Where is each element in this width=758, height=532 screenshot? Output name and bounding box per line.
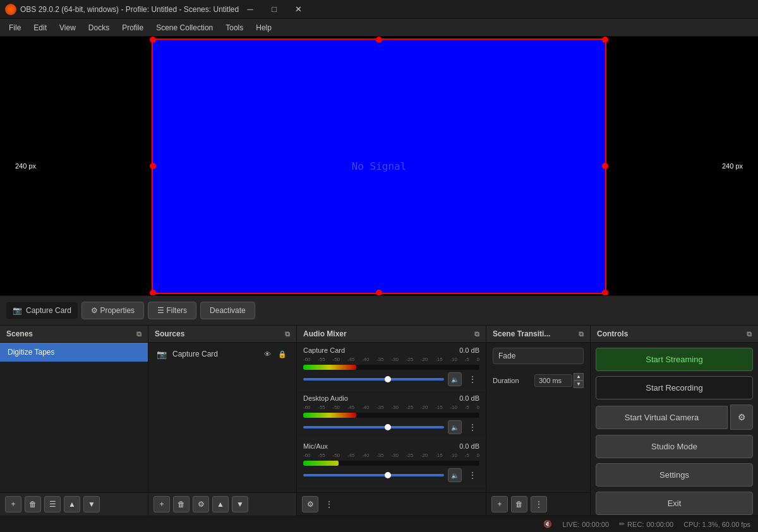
controls-content: Start Streaming Start Recording Start Vi… [591,343,758,516]
start-streaming-button[interactable]: Start Streaming [596,348,753,371]
channel-1-db: 0.0 dB [459,394,479,402]
audio-mixer-panel: Audio Mixer ⧉ Capture Card 0.0 dB -60-55… [297,326,486,516]
duration-input[interactable] [534,374,572,387]
channel-1-mute-button[interactable]: 🔈 [448,420,462,434]
statusbar: 🔇 LIVE: 00:00:00 ✏ REC: 00:00:00 CPU: 1.… [0,516,758,532]
channel-1-fader[interactable] [303,426,444,429]
scene-item[interactable]: Digitize Tapes [0,343,148,362]
source-name-label: Capture Card [26,306,71,315]
sources-list: 📷 Capture Card 👁 🔒 [148,343,296,492]
duration-label: Duration [493,377,519,384]
transition-more-button[interactable]: ⋮ [531,496,547,512]
audio-more-button[interactable]: ⋮ [322,497,336,511]
virtual-camera-row: Start Virtual Camera ⚙ [596,405,753,430]
transitions-footer: + 🗑 ⋮ [486,492,590,516]
source-eye-button[interactable]: 👁 [261,348,274,360]
audio-channel-0: Capture Card 0.0 dB -60-55-50-45-40-35-3… [297,343,486,391]
duration-up-button[interactable]: ▲ [574,373,584,381]
handle-middle-right[interactable] [602,163,608,169]
scene-up-button[interactable]: ▲ [64,496,80,512]
transition-delete-button[interactable]: 🗑 [511,496,527,512]
audio-mixer-title: Audio Mixer [303,329,347,338]
source-name-display: 📷 Capture Card [6,302,78,319]
source-up-button[interactable]: ▲ [212,496,229,512]
handle-top-left[interactable] [150,37,156,43]
exit-button[interactable]: Exit [596,492,753,515]
scene-down-button[interactable]: ▼ [83,496,100,512]
toolbar: 📷 Capture Card ⚙ Properties ☰ Filters De… [0,295,758,326]
scene-filter-button[interactable]: ☰ [44,496,61,512]
channel-0-db: 0.0 dB [459,346,479,354]
cpu-label: CPU: 1.3%, 60.00 fps [683,521,750,528]
scene-delete-button[interactable]: 🗑 [25,496,41,512]
scene-add-button[interactable]: + [5,496,21,512]
maximize-button[interactable]: □ [263,2,286,17]
handle-bottom-left[interactable] [150,290,156,296]
source-item[interactable]: 📷 Capture Card 👁 🔒 [148,343,296,366]
deactivate-button[interactable]: Deactivate [200,302,255,319]
menu-scene-collection[interactable]: Scene Collection [150,21,219,35]
channel-2-fader[interactable] [303,474,444,476]
preview-canvas[interactable]: No Signal [152,38,606,294]
channel-0-more-button[interactable]: ⋮ [466,372,479,386]
filters-button[interactable]: ☰ Filters [148,302,196,319]
channel-2-more-button[interactable]: ⋮ [466,468,479,482]
handle-middle-left[interactable] [150,163,156,169]
channel-0-fader-knob[interactable] [385,376,391,382]
meter-bar-1 [303,413,479,418]
menu-profile[interactable]: Profile [116,21,150,35]
source-down-button[interactable]: ▼ [232,496,248,512]
start-recording-button[interactable]: Start Recording [596,376,753,399]
scenes-header: Scenes ⧉ [0,326,148,343]
audio-settings-button[interactable]: ⚙ [302,496,318,512]
menu-tools[interactable]: Tools [219,21,250,35]
scenes-resize-icon[interactable]: ⧉ [136,330,141,338]
preview-area: 240 px No Signal 240 px [0,37,758,295]
no-signal-status: 🔇 [543,520,552,528]
audio-mixer-header: Audio Mixer ⧉ [297,326,486,343]
channel-1-fader-knob[interactable] [385,424,391,430]
sources-footer: + 🗑 ⚙ ▲ ▼ [148,492,296,516]
no-signal-icon: 🔇 [543,520,552,528]
menu-help[interactable]: Help [250,21,278,35]
transitions-title: Scene Transiti... [493,329,550,338]
transition-select[interactable]: Fade Cut Luma Wipe Slide Stinger Swipe [493,348,584,364]
channel-2-fader-knob[interactable] [385,472,391,478]
handle-bottom-center[interactable] [376,290,382,296]
source-delete-button[interactable]: 🗑 [173,496,190,512]
studio-mode-button[interactable]: Studio Mode [596,435,753,458]
minimize-button[interactable]: ─ [239,2,262,17]
sources-resize-icon[interactable]: ⧉ [285,330,290,338]
controls-title: Controls [597,329,628,338]
source-lock-button[interactable]: 🔒 [276,348,289,360]
live-time: 00:00:00 [582,521,609,528]
menu-file[interactable]: File [3,21,27,35]
sources-panel: Sources ⧉ 📷 Capture Card 👁 🔒 + 🗑 ⚙ ▲ ▼ [148,326,297,516]
properties-button[interactable]: ⚙ Properties [81,302,144,319]
audio-resize-icon[interactable]: ⧉ [474,330,479,338]
channel-0-fader[interactable] [303,378,444,381]
channel-0-mute-button[interactable]: 🔈 [448,372,462,386]
close-button[interactable]: ✕ [287,2,310,17]
channel-2-db: 0.0 dB [459,442,479,450]
menu-edit[interactable]: Edit [27,21,53,35]
transition-add-button[interactable]: + [491,496,508,512]
channel-2-controls: 🔈 ⋮ [303,468,479,482]
virtual-camera-gear-button[interactable]: ⚙ [730,405,753,430]
handle-top-right[interactable] [602,37,608,43]
settings-button[interactable]: Settings [596,463,753,487]
handle-top-center[interactable] [376,37,382,43]
handle-bottom-right[interactable] [602,290,608,296]
source-add-button[interactable]: + [153,496,170,512]
start-virtual-camera-button[interactable]: Start Virtual Camera [596,406,728,429]
menu-docks[interactable]: Docks [82,21,116,35]
transitions-resize-icon[interactable]: ⧉ [579,330,584,338]
channel-1-more-button[interactable]: ⋮ [466,420,479,434]
source-settings-button[interactable]: ⚙ [193,496,209,512]
controls-resize-icon[interactable]: ⧉ [747,330,752,338]
channel-2-mute-button[interactable]: 🔈 [448,468,462,482]
duration-down-button[interactable]: ▼ [574,381,584,388]
menu-view[interactable]: View [53,21,82,35]
source-item-name: Capture Card [172,350,218,358]
scenes-footer: + 🗑 ☰ ▲ ▼ [0,492,148,516]
